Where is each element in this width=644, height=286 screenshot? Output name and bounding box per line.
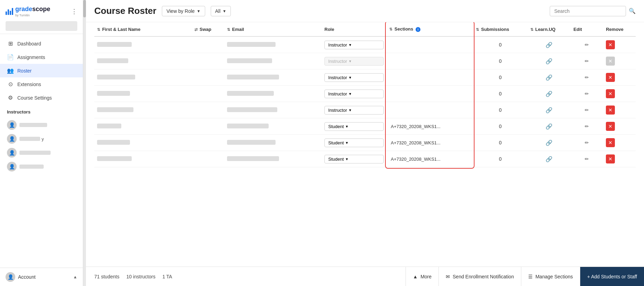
cell-remove[interactable]: ✕ [603, 118, 636, 135]
cell-role[interactable]: Student ▼ [322, 118, 386, 135]
edit-icon[interactable]: ✏ [585, 124, 589, 129]
role-dropdown[interactable]: Instructor ▼ [324, 90, 384, 98]
sections-icon: ☰ [528, 274, 533, 279]
remove-button[interactable]: ✕ [606, 73, 615, 82]
cell-role[interactable]: Student ▼ [322, 151, 386, 167]
edit-icon[interactable]: ✏ [585, 140, 589, 145]
col-header-email: ⇅ Email [224, 22, 322, 36]
cell-role[interactable]: Instructor ▼ [322, 69, 386, 86]
role-dropdown[interactable]: Student ▼ [324, 122, 384, 131]
sidebar-item-assignments[interactable]: 📄 Assignments [0, 50, 83, 64]
sort-icon: ⇅ [530, 27, 533, 32]
remove-button[interactable]: ✕ [606, 106, 615, 115]
manage-sections-button[interactable]: ☰ Manage Sections [521, 267, 580, 286]
link-icon[interactable]: 🔗 [546, 140, 552, 146]
cell-edit[interactable]: ✏ [571, 102, 603, 118]
sidebar-item-extensions[interactable]: ⊙ Extensions [0, 77, 83, 91]
remove-button[interactable]: ✕ [606, 40, 615, 49]
cell-remove[interactable]: ✕ [603, 53, 636, 69]
cell-learnuq[interactable]: 🔗 [528, 69, 571, 86]
instructor-name [19, 137, 40, 141]
more-button[interactable]: ▲ More [406, 267, 438, 286]
link-icon[interactable]: 🔗 [546, 107, 552, 113]
chevron-up-icon[interactable]: ▲ [73, 275, 77, 279]
cell-learnuq[interactable]: 🔗 [528, 151, 571, 167]
logo-bars-icon [6, 8, 13, 15]
sections-info-icon[interactable]: i [416, 27, 420, 32]
search-button[interactable]: 🔍 [629, 8, 636, 14]
search-input[interactable] [550, 6, 626, 16]
remove-button[interactable]: ✕ [606, 138, 615, 147]
cell-remove[interactable]: ✕ [603, 36, 636, 53]
cell-edit[interactable]: ✏ [571, 69, 603, 86]
cell-remove[interactable]: ✕ [603, 151, 636, 167]
cell-role[interactable]: Instructor ▼ [322, 86, 386, 102]
edit-icon[interactable]: ✏ [585, 91, 589, 96]
sidebar-search[interactable] [6, 21, 77, 31]
section-text: A+7320_20208_WKS1... [391, 124, 440, 129]
add-students-button[interactable]: + Add Students or Staff [580, 267, 644, 286]
cell-email [224, 86, 322, 102]
swap-icon: ⇄ [194, 27, 198, 32]
cell-edit[interactable]: ✏ [571, 86, 603, 102]
account-item[interactable]: 👤 Account [6, 272, 36, 282]
footer-actions: ▲ More ✉ Send Enrollment Notification ☰ … [406, 267, 644, 286]
cell-remove[interactable]: ✕ [603, 86, 636, 102]
cell-remove[interactable]: ✕ [603, 135, 636, 151]
account-avatar: 👤 [6, 272, 15, 282]
link-icon[interactable]: 🔗 [546, 42, 552, 48]
edit-icon[interactable]: ✏ [585, 107, 589, 113]
role-dropdown[interactable]: Student ▼ [324, 138, 384, 147]
cell-role[interactable]: Instructor ▼ [322, 53, 386, 69]
link-icon[interactable]: 🔗 [546, 58, 552, 64]
cell-learnuq[interactable]: 🔗 [528, 118, 571, 135]
cell-learnuq[interactable]: 🔗 [528, 53, 571, 69]
sidebar-footer: 👤 Account ▲ [0, 268, 83, 286]
sidebar-item-course-settings[interactable]: ⚙ Course Settings [0, 91, 83, 104]
cell-sections [386, 36, 473, 53]
send-enrollment-button[interactable]: ✉ Send Enrollment Notification [438, 267, 521, 286]
cell-role[interactable]: Instructor ▼ [322, 102, 386, 118]
role-dropdown[interactable]: Instructor ▼ [324, 106, 384, 115]
cell-role[interactable]: Instructor ▼ [322, 36, 386, 53]
remove-button[interactable]: ✕ [606, 89, 615, 98]
link-icon[interactable]: 🔗 [546, 91, 552, 97]
cell-edit[interactable]: ✏ [571, 36, 603, 53]
cell-remove[interactable]: ✕ [603, 102, 636, 118]
cell-role[interactable]: Student ▼ [322, 135, 386, 151]
sidebar-item-dashboard[interactable]: ⊞ Dashboard [0, 37, 83, 50]
cell-edit[interactable]: ✏ [571, 118, 603, 135]
cell-remove[interactable]: ✕ [603, 69, 636, 86]
cell-sections [386, 69, 473, 86]
edit-icon[interactable]: ✏ [585, 42, 589, 48]
cell-edit[interactable]: ✏ [571, 151, 603, 167]
sidebar-item-roster[interactable]: 👥 Roster [0, 64, 83, 77]
sidebar-scrollbar[interactable] [83, 0, 86, 286]
cell-edit[interactable]: ✏ [571, 135, 603, 151]
view-by-role-dropdown[interactable]: View by Role ▼ [162, 6, 205, 16]
cell-learnuq[interactable]: 🔗 [528, 86, 571, 102]
role-dropdown[interactable]: Instructor ▼ [324, 73, 384, 82]
remove-button[interactable]: ✕ [606, 154, 615, 163]
cell-learnuq[interactable]: 🔗 [528, 102, 571, 118]
filter-all-dropdown[interactable]: All ▼ [211, 6, 231, 16]
role-dropdown[interactable]: Student ▼ [324, 155, 384, 163]
link-icon[interactable]: 🔗 [546, 156, 552, 162]
role-dropdown[interactable]: Instructor ▼ [324, 41, 384, 49]
remove-button[interactable]: ✕ [606, 122, 615, 131]
role-dropdown[interactable]: Instructor ▼ [324, 57, 384, 66]
menu-icon[interactable]: ⋮ [71, 8, 77, 15]
account-label: Account [18, 274, 36, 280]
edit-icon[interactable]: ✏ [585, 156, 589, 162]
link-icon[interactable]: 🔗 [546, 75, 552, 81]
edit-icon[interactable]: ✏ [585, 75, 589, 80]
remove-button[interactable]: ✕ [606, 57, 615, 66]
cell-learnuq[interactable]: 🔗 [528, 36, 571, 53]
cell-edit[interactable]: ✏ [571, 53, 603, 69]
roster-icon: 👥 [7, 67, 14, 74]
cell-submissions: 0 [473, 53, 527, 69]
cell-learnuq[interactable]: 🔗 [528, 135, 571, 151]
link-icon[interactable]: 🔗 [546, 124, 552, 129]
cell-submissions: 0 [473, 36, 527, 53]
edit-icon[interactable]: ✏ [585, 58, 589, 64]
